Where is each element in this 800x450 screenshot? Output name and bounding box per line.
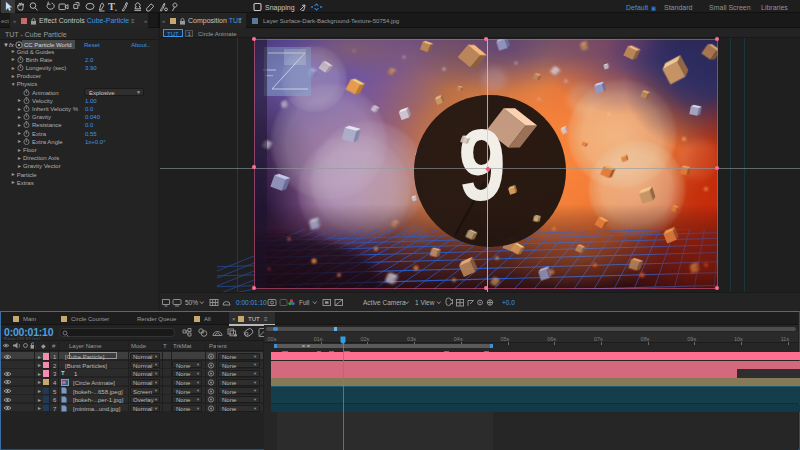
svg-text:+0.0: +0.0 [502,299,515,306]
svg-text:1 View: 1 View [415,299,435,306]
svg-text:0:00:01:10: 0:00:01:10 [236,299,267,306]
svg-text:Full: Full [299,299,310,306]
svg-text:Snapping: Snapping [265,4,295,12]
svg-text:T: T [108,1,115,12]
svg-text:Active Camera: Active Camera [363,299,406,306]
svg-text:50%: 50% [185,299,198,306]
